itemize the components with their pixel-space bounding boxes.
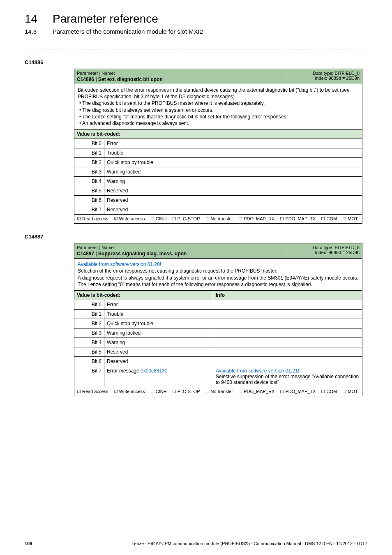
bit-cell: Bit 0 (74, 300, 104, 310)
bit-cell: Bit 5 (74, 347, 104, 356)
access-pdo-tx: ☐ PDO_MAP_TX (280, 389, 316, 394)
table-row: Bit 3Warning locked (74, 328, 362, 338)
table-row: Bit 4Warning (74, 338, 362, 347)
label-cell: Warning locked (104, 328, 213, 338)
info-cell: Available from software version 01.21! S… (213, 366, 362, 387)
access-plcstop: ☐ PLC-STOP (172, 389, 200, 394)
param-desc-line: Selection of the error responses not cau… (78, 268, 359, 274)
param-id: C14887 (25, 234, 367, 240)
info-cell (213, 328, 362, 338)
table-row: Bit 6Reserved (74, 196, 362, 205)
table-row: Bit 2Quick stop by trouble (74, 319, 362, 328)
param-name-label: Parameter | Name: (77, 245, 284, 250)
bit-cell: Bit 0 (74, 139, 104, 148)
access-cinh: ☐ CINH (150, 216, 167, 221)
info-cell (213, 319, 362, 328)
bit-cell: Bit 6 (74, 196, 104, 205)
table-row: Bit 5Reserved (74, 347, 362, 356)
param-description: Bit-coded selection of the error respons… (74, 84, 362, 130)
footer-docline: Lenze · E94AYCPM communication module (P… (131, 541, 367, 546)
chapter-number: 14 (25, 12, 41, 25)
param-desc-intro: Bit-coded selection of the error respons… (78, 87, 359, 100)
chapter-title: Parameter reference (53, 12, 158, 25)
bit-coded-label: Value is bit-coded: (74, 130, 362, 139)
access-pdo-rx: ☐ PDO_MAP_RX (238, 389, 274, 394)
table-row: Bit 7 Error message 0x00c88130 Available… (74, 366, 362, 387)
param-name-title: C14886 | Set ext. diagnostic bit upon (77, 76, 284, 82)
label-cell: Warning (104, 338, 213, 347)
access-cinh: ☐ CINH (150, 389, 167, 394)
access-com: ☐ COM (321, 389, 337, 394)
info-cell (213, 309, 362, 319)
bit-cell: Bit 5 (74, 186, 104, 196)
param-header: Parameter | Name: C14887 | Suppress sign… (74, 243, 362, 259)
label-cell: Error (104, 139, 362, 148)
access-mot: ☐ MOT (342, 216, 358, 221)
access-row: ☑ Read access ☑ Write access ☐ CINH ☐ PL… (74, 387, 362, 396)
param-id: C14886 (25, 59, 367, 65)
info-column-header: Info (213, 291, 362, 300)
table-row: Bit 1Trouble (74, 309, 362, 319)
bit-cell: Bit 4 (74, 177, 104, 186)
param-header: Parameter | Name: C14886 | Set ext. diag… (74, 69, 362, 84)
param-datatype: Data type: BITFIELD_8 (290, 71, 360, 76)
param-description: Available from software version 01.20! S… (74, 259, 362, 291)
label-cell: Error (104, 300, 213, 310)
label-cell: Quick stop by trouble (104, 158, 362, 167)
bit-cell: Bit 7 (74, 366, 104, 387)
table-row: Bit 1Trouble (74, 148, 362, 158)
param-box-c14886: Parameter | Name: C14886 | Set ext. diag… (74, 69, 362, 224)
label-cell: Quick stop by trouble (104, 319, 213, 328)
access-plcstop: ☐ PLC-STOP (172, 216, 200, 221)
param-name-label: Parameter | Name: (77, 71, 284, 76)
access-pdo-tx: ☐ PDO_MAP_TX (280, 216, 316, 221)
bits-table: Bit 0Error Bit 1Trouble Bit 2Quick stop … (74, 300, 362, 387)
param-desc-bullet: • The diagnostic bit is always set when … (78, 107, 359, 113)
available-from-link[interactable]: Available from software version 01.21! (216, 368, 360, 374)
access-notransfer: ☐ No transfer (205, 216, 233, 221)
page-number: 108 (25, 541, 32, 546)
bit-cell: Bit 3 (74, 167, 104, 177)
label-cell: Error message 0x00c88130 (104, 366, 213, 387)
table-row: Bit 7Reserved (74, 205, 362, 215)
bit-coded-header: Value is bit-coded: Info (74, 291, 362, 300)
param-desc-bullet: • An advanced diagnostic message is alwa… (78, 120, 359, 127)
label-cell: Warning (104, 177, 362, 186)
param-desc-line: A diagnostic request is always signalled… (78, 275, 359, 281)
access-read: ☑ Read access (77, 389, 108, 394)
bit-cell: Bit 6 (74, 356, 104, 366)
info-cell (213, 338, 362, 347)
access-write: ☑ Write access (114, 389, 145, 394)
separator (25, 49, 367, 49)
access-read: ☑ Read access (77, 216, 108, 221)
label-cell: Reserved (104, 347, 213, 356)
available-from-link[interactable]: Available from software version 01.20! (78, 261, 359, 268)
error-message-prefix: Error message (107, 368, 141, 374)
param-datatype: Data type: BITFIELD_8 (290, 245, 360, 250)
section-number: 14.3 (25, 28, 41, 35)
table-row: Bit 0Error (74, 300, 362, 310)
param-desc-bullet: • The diagnostic bit is sent to the PROF… (78, 100, 359, 106)
bit-cell: Bit 1 (74, 309, 104, 319)
label-cell: Warning locked (104, 167, 362, 177)
bit-cell: Bit 7 (74, 205, 104, 215)
bit-cell: Bit 2 (74, 319, 104, 328)
label-cell: Reserved (104, 186, 362, 196)
label-cell: Reserved (104, 196, 362, 205)
access-notransfer: ☐ No transfer (205, 389, 233, 394)
param-index: Index: 9689d = 25D9h (290, 76, 360, 81)
param-index: Index: 9688d = 25D8h (290, 250, 360, 255)
label-cell: Trouble (104, 148, 362, 158)
bit-cell: Bit 3 (74, 328, 104, 338)
bit-coded-label: Value is bit-coded: (74, 291, 213, 300)
access-mot: ☐ MOT (342, 389, 358, 394)
error-code-link[interactable]: 0x00c88130 (141, 368, 167, 374)
bit-cell: Bit 1 (74, 148, 104, 158)
param-desc-line: The Lenze setting "0" means that for eac… (78, 281, 359, 288)
bit-cell: Bit 4 (74, 338, 104, 347)
label-cell: Reserved (104, 205, 362, 215)
table-row: Bit 6Reserved (74, 356, 362, 366)
section-title: Parameters of the communication module f… (53, 28, 203, 35)
table-row: Bit 2Quick stop by trouble (74, 158, 362, 167)
access-com: ☐ COM (321, 216, 337, 221)
